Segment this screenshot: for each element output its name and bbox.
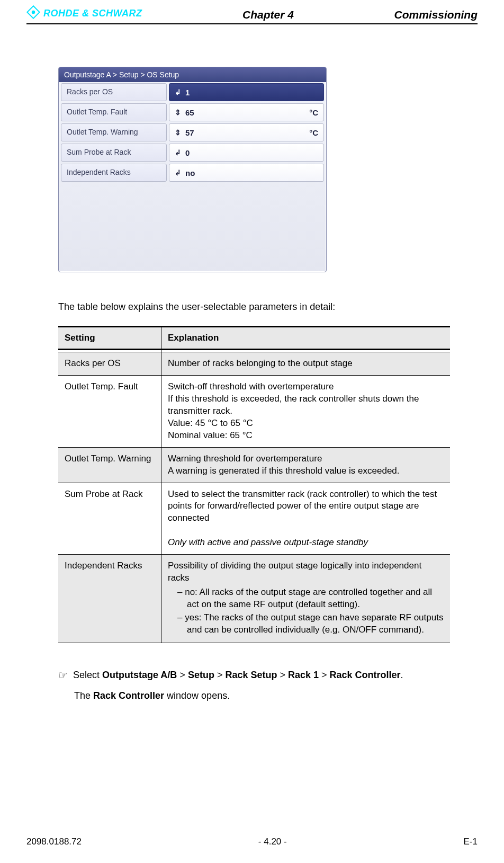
value-text: 57 (185, 128, 194, 137)
table-row: Outlet Temp. WarningWarning threshold fo… (58, 447, 450, 483)
setup-row-0[interactable]: Racks per OS↲1 (61, 83, 324, 101)
setup-row-3[interactable]: Sum Probe at Rack↲0 (61, 144, 324, 162)
brand-logo-icon (26, 5, 40, 21)
instruction-text: Select Outputstage A/B > Setup > Rack Se… (73, 670, 403, 681)
brand-text: ROHDE & SCHWARZ (43, 8, 142, 19)
setup-row-2[interactable]: Outlet Temp. Warning⇕57°C (61, 123, 324, 141)
table-head-explanation: Explanation (161, 327, 451, 350)
footer-center: - 4.20 - (258, 837, 287, 847)
table-head-setting: Setting (58, 327, 161, 350)
value-text: no (185, 168, 195, 177)
table-row: Sum Probe at RackUsed to select the tran… (58, 483, 450, 555)
setup-row-4[interactable]: Independent Racks↲no (61, 164, 324, 182)
table-row: Independent RacksPossibility of dividing… (58, 555, 450, 643)
setup-row-value[interactable]: ⇕57°C (169, 123, 324, 141)
chapter-label: Chapter 4 (142, 8, 394, 21)
enter-icon: ↲ (175, 168, 181, 177)
list-item: – no: All racks of the output stage are … (177, 586, 444, 611)
value-unit: °C (309, 128, 318, 137)
cell-explanation: Possibility of dividing the output stage… (161, 555, 451, 643)
path-segment: Outputstage A/B (102, 670, 177, 680)
table-row: Outlet Temp. FaultSwitch-off threshold w… (58, 375, 450, 447)
enter-icon: ↲ (175, 148, 181, 157)
footer-right: E-1 (464, 837, 478, 847)
path-segment: Rack 1 (288, 670, 319, 680)
path-segment: Rack Setup (225, 670, 277, 680)
table-row: Racks per OSNumber of racks belonging to… (58, 352, 450, 376)
value-unit: °C (309, 108, 318, 117)
cell-bullets: – no: All racks of the output stage are … (168, 586, 444, 636)
setup-row-label: Racks per OS (61, 83, 167, 101)
path-segment: Rack Controller (330, 670, 401, 680)
setup-row-1[interactable]: Outlet Temp. Fault⇕65°C (61, 103, 324, 121)
follow-pre: The (74, 690, 93, 701)
intro-text: The table below explains the user-select… (58, 301, 462, 313)
enter-icon: ↲ (175, 88, 181, 96)
page-footer: 2098.0188.72 - 4.20 - E-1 (26, 837, 478, 847)
brand: ROHDE & SCHWARZ (26, 5, 142, 21)
page-title: Commissioning (394, 8, 478, 21)
setup-row-value[interactable]: ↲0 (169, 144, 324, 162)
setup-row-label: Outlet Temp. Fault (61, 103, 167, 121)
breadcrumb: Outputstage A > Setup > OS Setup (59, 67, 326, 82)
value-text: 1 (185, 88, 190, 97)
setup-row-label: Outlet Temp. Warning (61, 123, 167, 141)
parameters-table: Setting Explanation Racks per OSNumber o… (58, 326, 450, 643)
list-item: – yes: The racks of the output stage can… (177, 612, 444, 636)
setup-row-value[interactable]: ⇕65°C (169, 103, 324, 121)
cell-explanation: Number of racks belonging to the output … (161, 352, 451, 376)
page-header: ROHDE & SCHWARZ Chapter 4 Commissioning (26, 5, 478, 24)
pointer-icon: ☞ (58, 670, 68, 680)
cell-explanation: Warning threshold for overtemperatureA w… (161, 447, 451, 483)
setup-fields: Racks per OS↲1Outlet Temp. Fault⇕65°COut… (59, 82, 326, 272)
spinner-icon: ⇕ (175, 108, 181, 117)
path-segment: Setup (188, 670, 214, 680)
cell-setting: Racks per OS (58, 352, 161, 376)
setup-row-label: Independent Racks (61, 164, 167, 182)
value-text: 65 (185, 108, 194, 117)
cell-setting: Independent Racks (58, 555, 161, 643)
cell-explanation: Used to select the transmitter rack (rac… (161, 483, 451, 555)
svg-point-1 (32, 11, 35, 14)
cell-setting: Outlet Temp. Warning (58, 447, 161, 483)
cell-setting: Outlet Temp. Fault (58, 375, 161, 447)
follow-bold: Rack Controller (93, 690, 164, 701)
spinner-icon: ⇕ (175, 128, 181, 137)
value-text: 0 (185, 148, 190, 157)
cell-setting: Sum Probe at Rack (58, 483, 161, 555)
setup-row-label: Sum Probe at Rack (61, 144, 167, 162)
follow-text: The Rack Controller window opens. (74, 690, 462, 701)
cell-explanation: Switch-off threshold with overtemperatur… (161, 375, 451, 447)
setup-row-value[interactable]: ↲1 (169, 83, 324, 101)
follow-post: window opens. (164, 690, 230, 701)
instruction: ☞ Select Outputstage A/B > Setup > Rack … (58, 670, 462, 681)
footer-left: 2098.0188.72 (26, 837, 82, 847)
os-setup-window: Outputstage A > Setup > OS Setup Racks p… (58, 67, 327, 272)
cell-note: Only with active and passive output-stag… (168, 537, 368, 547)
setup-row-value[interactable]: ↲no (169, 164, 324, 182)
